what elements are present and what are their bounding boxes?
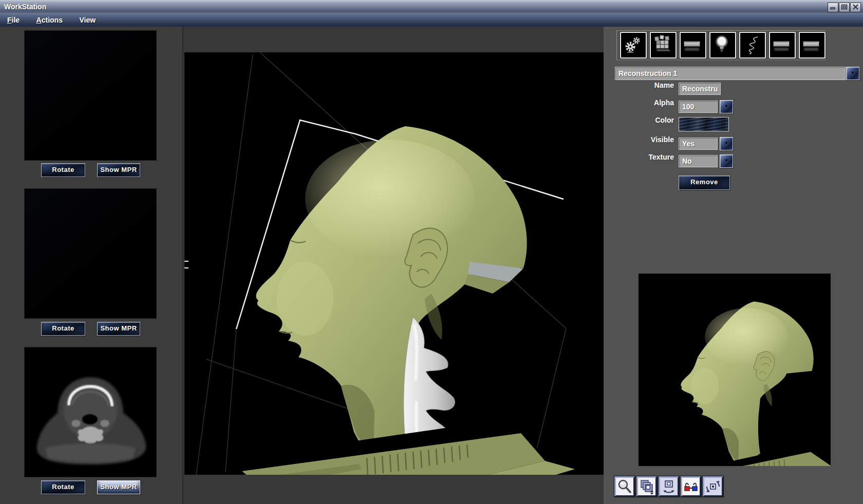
ruler-icon-2[interactable] <box>769 32 796 59</box>
ruler-icon[interactable] <box>680 32 706 59</box>
name-input[interactable] <box>679 83 721 95</box>
spline-icon[interactable] <box>739 32 766 59</box>
minimize-button[interactable] <box>828 3 838 12</box>
reconstruction-selector[interactable]: Reconstruction 1 <box>615 67 846 80</box>
chevron-down-icon: ▼ <box>720 155 733 166</box>
remove-button[interactable]: Remove <box>679 176 730 190</box>
alpha-label: Alpha <box>629 99 674 107</box>
reconstruction-preview[interactable] <box>639 274 831 466</box>
light-bulb-icon[interactable] <box>709 32 736 59</box>
color-swatch[interactable] <box>679 117 729 131</box>
layer-stack-icon[interactable] <box>636 476 657 497</box>
reconstruction-selector-dropdown-button[interactable]: ▼ <box>846 67 859 80</box>
magnifier-icon[interactable] <box>614 476 635 497</box>
voxel-blocks-icon[interactable] <box>650 32 677 59</box>
visible-label: Visible <box>629 135 674 144</box>
reconstruction-panel: Reconstruction 1 ▼ Name Alpha 100 ▼ Colo… <box>604 27 863 504</box>
menu-bar: File Actions View <box>0 14 863 28</box>
ruler-icon-3[interactable] <box>799 32 826 59</box>
left-thumbnail-panel: Rotate Show MPR Rotate Show MPR Rotate S… <box>0 27 182 504</box>
menu-view[interactable]: View <box>72 14 103 24</box>
screen-orbit-icon[interactable] <box>659 476 679 497</box>
color-label: Color <box>629 116 674 124</box>
chevron-down-icon: ▼ <box>720 138 733 149</box>
rotate-button-3[interactable]: Rotate <box>41 480 85 494</box>
view-tools <box>614 476 723 497</box>
visible-dropdown-button[interactable]: ▼ <box>720 137 733 150</box>
viewport-thumbnail-1[interactable] <box>24 30 157 161</box>
name-label: Name <box>629 81 674 89</box>
menu-file[interactable]: File <box>0 14 27 24</box>
gears-icon[interactable] <box>620 32 647 59</box>
show-mpr-button-1[interactable]: Show MPR <box>97 163 140 177</box>
chevron-down-icon: ▼ <box>847 67 859 79</box>
window-title: WorkStation <box>4 3 46 11</box>
close-button[interactable] <box>850 3 861 12</box>
show-mpr-button-3[interactable]: Show MPR <box>97 480 140 494</box>
chevron-down-icon: ▼ <box>720 101 733 112</box>
rotate-button-1[interactable]: Rotate <box>41 163 85 177</box>
reconstruction-preview-image <box>639 274 831 466</box>
volume-render-image <box>184 52 604 475</box>
main-3d-viewport <box>182 27 605 504</box>
rotate-object-icon[interactable] <box>703 476 723 497</box>
reconstruction-toolbar <box>616 30 826 60</box>
maximize-button[interactable] <box>839 3 850 12</box>
maximize-icon <box>841 4 848 10</box>
alpha-dropdown-button[interactable]: ▼ <box>720 100 733 113</box>
stereo-glasses-icon[interactable] <box>681 476 701 497</box>
visible-value[interactable]: Yes <box>679 138 718 150</box>
ct-axial-slice-image <box>25 347 156 477</box>
volume-render-canvas[interactable] <box>184 52 604 475</box>
title-bar: WorkStation <box>0 0 863 15</box>
texture-dropdown-button[interactable]: ▼ <box>720 154 733 168</box>
viewport-thumbnail-3[interactable] <box>24 347 157 477</box>
texture-value[interactable]: No <box>679 155 718 167</box>
texture-label: Texture <box>629 153 674 161</box>
viewport-thumbnail-2[interactable] <box>24 188 157 319</box>
alpha-value[interactable]: 100 <box>679 101 718 113</box>
close-icon <box>852 4 859 10</box>
menu-actions[interactable]: Actions <box>29 14 70 24</box>
minimize-icon <box>830 4 836 10</box>
rotate-button-2[interactable]: Rotate <box>41 322 85 336</box>
show-mpr-button-2[interactable]: Show MPR <box>97 322 140 336</box>
